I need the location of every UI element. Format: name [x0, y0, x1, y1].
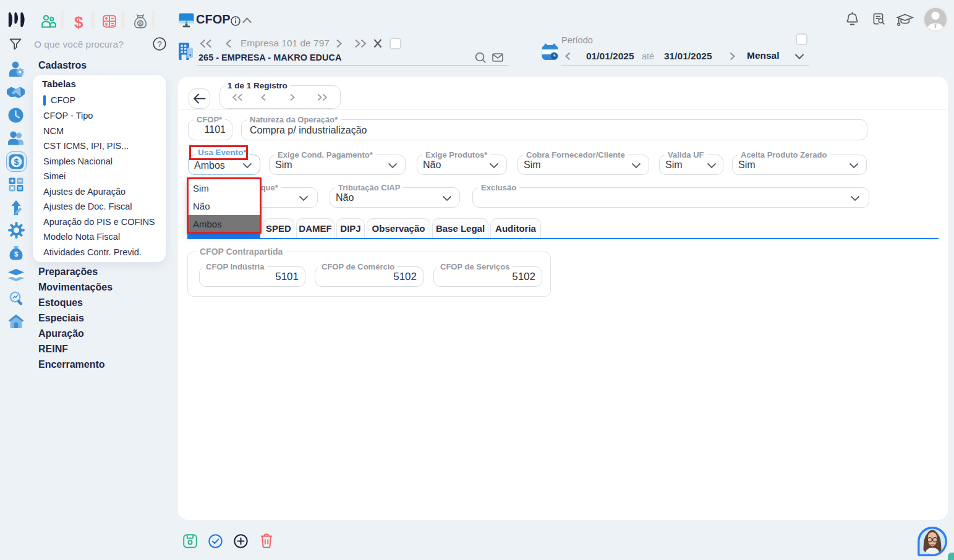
svg-text:$: $	[139, 20, 142, 27]
svg-text:$: $	[14, 157, 19, 167]
svg-text:$: $	[14, 250, 18, 258]
svg-text:?: ?	[157, 40, 161, 49]
